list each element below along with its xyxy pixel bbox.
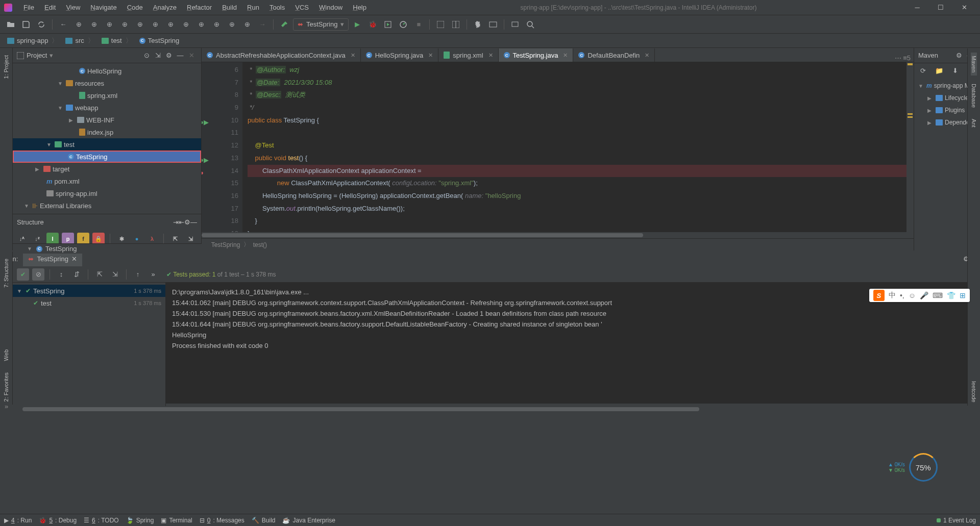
code-text[interactable]: * @Author: wzj * @Date: 2021/3/30 15:08 … <box>242 62 906 232</box>
tool-structure[interactable]: 7: Structure <box>3 256 9 291</box>
open-file-icon[interactable] <box>4 18 17 31</box>
menu-build[interactable]: Build <box>217 0 242 15</box>
maven-download-icon[interactable]: ⬇ <box>949 64 961 77</box>
status-eventlog[interactable]: 1 Event Log <box>937 517 976 524</box>
test-tree[interactable]: ▼✔TestSpring 1 s 378 ms ✔test 1 s 378 ms <box>13 283 166 406</box>
status-javaee[interactable]: ☕ Java Enterprise <box>282 517 335 524</box>
tabs-overflow-icon[interactable]: ⋯ ≡5 <box>892 54 914 62</box>
editor-breadcrumb[interactable]: TestSpring 〉 test() <box>202 238 914 251</box>
structure-opt1-icon[interactable]: ⇥ <box>173 218 179 226</box>
editor-hscroll[interactable] <box>202 232 914 238</box>
maven-generate-icon[interactable]: 📁 <box>933 64 945 77</box>
hide-panel-icon[interactable]: ✕ <box>186 50 197 61</box>
menu-code[interactable]: Code <box>122 0 148 15</box>
close-icon[interactable]: ✕ <box>488 52 493 59</box>
ime-s-icon[interactable]: S <box>873 290 885 301</box>
menu-edit[interactable]: Edit <box>39 0 61 15</box>
sort-2-icon[interactable]: ⇵ <box>70 268 83 281</box>
console-output[interactable]: D:\programs\Java\jdk1.8.0_161\bin\java.e… <box>166 283 967 406</box>
tree-item-indexjsp[interactable]: index.jsp <box>13 126 201 138</box>
show-ignored-icon[interactable]: ⊘ <box>32 268 44 281</box>
hammer-icon[interactable] <box>278 18 291 31</box>
status-terminal[interactable]: ▣ Terminal <box>161 517 192 524</box>
tree-item-target[interactable]: ▶target <box>13 163 201 175</box>
minimize-button[interactable]: ─ <box>905 0 929 15</box>
zoom-2-icon[interactable]: ⊕ <box>87 18 101 31</box>
tool-project[interactable]: 1: Project <box>3 52 9 82</box>
show-passed-icon[interactable]: ✔ <box>17 268 29 281</box>
layout-1-icon[interactable] <box>434 18 447 31</box>
project-structure-icon[interactable] <box>486 18 500 31</box>
close-icon[interactable]: ✕ <box>71 255 77 263</box>
editor-tab[interactable]: CAbstractRefreshableApplicationContext.j… <box>202 48 361 62</box>
status-spring[interactable]: 🍃 Spring <box>126 517 154 524</box>
tool-favorites[interactable]: 2: Favorites <box>3 369 9 405</box>
save-all-icon[interactable] <box>19 18 33 31</box>
status-run[interactable]: ▶ 4: Run <box>4 517 32 524</box>
debug-icon[interactable]: 🐞 <box>366 18 379 31</box>
close-icon[interactable]: ✕ <box>428 52 433 59</box>
ime-toolbar[interactable]: S 中 •, ☺ 🎤 ⌨ 👕 ⊞ <box>869 289 970 302</box>
tree-item-resources[interactable]: ▼resources <box>13 77 201 89</box>
test-row-test[interactable]: ✔test 1 s 378 ms <box>13 297 165 309</box>
menu-view[interactable]: View <box>61 0 85 15</box>
run-icon[interactable]: ▶ <box>351 18 364 31</box>
menu-analyze[interactable]: Analyze <box>148 0 182 15</box>
tree-item-pom[interactable]: mpom.xml <box>13 175 201 187</box>
search-icon[interactable] <box>524 18 537 31</box>
menu-vcs[interactable]: VCS <box>290 0 314 15</box>
project-tree[interactable]: CHelloSpring ▼resources spring.xml ▼weba… <box>13 63 201 214</box>
status-debug[interactable]: 🐞 5: Debug <box>39 517 77 524</box>
ime-emoji-icon[interactable]: ☺ <box>909 291 916 299</box>
tool-web[interactable]: Web <box>3 346 9 364</box>
close-icon[interactable]: ✕ <box>351 52 355 59</box>
tool-ant[interactable]: Ant <box>971 116 977 131</box>
crumb-file[interactable]: CTestSpring <box>136 37 182 44</box>
status-todo[interactable]: ☰ 6: TODO <box>84 517 119 524</box>
close-icon[interactable]: ✕ <box>563 52 568 59</box>
ime-mic-icon[interactable]: 🎤 <box>920 291 928 299</box>
menu-refactor[interactable]: Refactor <box>182 0 217 15</box>
menu-tools[interactable]: Tools <box>264 0 290 15</box>
status-build[interactable]: 🔨 Build <box>252 517 276 524</box>
structure-gear-icon[interactable]: ⚙ <box>184 218 190 226</box>
coverage-icon[interactable] <box>381 18 395 31</box>
zoom-8-icon[interactable]: ⊕ <box>179 18 192 31</box>
editor-tab[interactable]: CHelloSpring.java✕ <box>361 48 439 62</box>
forward-icon[interactable]: → <box>256 18 269 31</box>
zoom-6-icon[interactable]: ⊕ <box>149 18 162 31</box>
tool-leetcode[interactable]: leetcode <box>971 378 977 406</box>
sort-1-icon[interactable]: ↕ <box>55 268 67 281</box>
back-icon[interactable]: ← <box>57 18 70 31</box>
prev-icon[interactable]: ↑ <box>132 268 144 281</box>
run-config-combo[interactable]: ⬌ TestSpring ▾ <box>293 18 349 31</box>
tree-item-springxml-res[interactable]: spring.xml <box>13 89 201 102</box>
maven-gear-icon[interactable]: ⚙ <box>953 50 965 61</box>
gear-icon[interactable]: ⚙ <box>163 50 175 61</box>
structure-opt2-icon[interactable]: ⇤ <box>179 218 184 226</box>
console-hscroll[interactable] <box>13 406 980 412</box>
editor-tab[interactable]: CTestSpring.java✕ <box>499 48 574 62</box>
tool-database[interactable]: Database <box>971 81 977 111</box>
sync-icon[interactable] <box>35 18 48 31</box>
ime-lang[interactable]: 中 <box>889 291 896 300</box>
status-messages[interactable]: ⊟ 0: Messages <box>200 517 244 524</box>
settings-icon[interactable] <box>471 18 484 31</box>
tree-item-testspring[interactable]: CTestSpring <box>13 151 201 163</box>
tree-item-hellospring[interactable]: CHelloSpring <box>13 65 201 77</box>
menu-run[interactable]: Run <box>242 0 264 15</box>
profile-icon[interactable] <box>397 18 410 31</box>
code-area[interactable]: 678910●▶111213●▶14●1516171819 * @Author:… <box>202 62 914 232</box>
project-panel-title[interactable]: Project <box>27 52 47 59</box>
ime-grid-icon[interactable]: ⊞ <box>960 291 966 299</box>
menu-window[interactable]: Window <box>314 0 348 15</box>
zoom-4-icon[interactable]: ⊕ <box>118 18 131 31</box>
expand-icon[interactable]: ⇱ <box>93 268 106 281</box>
zoom-1-icon[interactable]: ⊕ <box>72 18 85 31</box>
tree-item-iml[interactable]: spring-app.iml <box>13 187 201 199</box>
test-row-root[interactable]: ▼✔TestSpring 1 s 378 ms <box>13 285 165 297</box>
presentation-icon[interactable] <box>508 18 522 31</box>
crumb-src[interactable]: src〉 <box>62 36 98 45</box>
expand-all-icon[interactable]: ⇲ <box>152 50 163 61</box>
zoom-7-icon[interactable]: ⊕ <box>164 18 177 31</box>
